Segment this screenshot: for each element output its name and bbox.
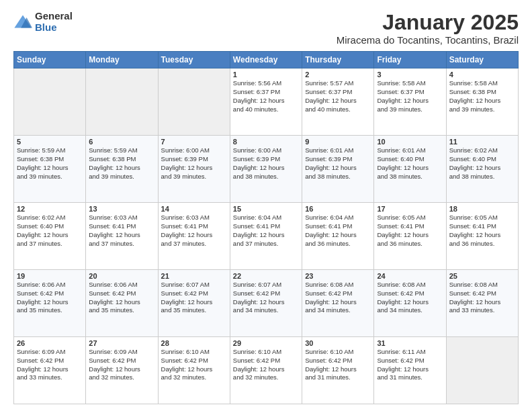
day-number: 20 <box>89 272 154 280</box>
day-cell-22: 22Sunrise: 6:07 AM Sunset: 6:42 PM Dayli… <box>230 270 302 337</box>
header: General Blue January 2025 Miracema do To… <box>13 11 519 46</box>
col-header-friday: Friday <box>374 52 446 68</box>
day-number: 21 <box>161 272 227 280</box>
day-cell-4: 4Sunrise: 5:58 AM Sunset: 6:38 PM Daylig… <box>446 68 518 136</box>
day-info: Sunrise: 6:11 AM Sunset: 6:42 PM Dayligh… <box>377 348 443 382</box>
day-number: 11 <box>449 138 515 146</box>
day-info: Sunrise: 6:00 AM Sunset: 6:39 PM Dayligh… <box>233 146 299 181</box>
logo: General Blue <box>13 11 73 33</box>
day-number: 3 <box>377 71 443 79</box>
day-cell-21: 21Sunrise: 6:07 AM Sunset: 6:42 PM Dayli… <box>158 270 230 337</box>
day-number: 29 <box>233 339 299 347</box>
day-info: Sunrise: 6:10 AM Sunset: 6:42 PM Dayligh… <box>233 348 299 382</box>
day-cell-31: 31Sunrise: 6:11 AM Sunset: 6:42 PM Dayli… <box>374 337 446 404</box>
logo-blue-text: Blue <box>35 22 73 34</box>
day-number: 22 <box>233 272 299 280</box>
day-cell-30: 30Sunrise: 6:10 AM Sunset: 6:42 PM Dayli… <box>302 337 374 404</box>
logo-text: General Blue <box>35 11 73 33</box>
empty-cell <box>86 68 158 136</box>
day-cell-1: 1Sunrise: 5:56 AM Sunset: 6:37 PM Daylig… <box>230 68 302 136</box>
day-number: 13 <box>89 205 154 213</box>
day-info: Sunrise: 6:06 AM Sunset: 6:42 PM Dayligh… <box>89 281 154 315</box>
day-number: 10 <box>377 138 443 146</box>
day-info: Sunrise: 6:01 AM Sunset: 6:40 PM Dayligh… <box>377 146 443 181</box>
day-number: 30 <box>305 339 371 347</box>
day-info: Sunrise: 6:07 AM Sunset: 6:42 PM Dayligh… <box>233 281 299 315</box>
day-cell-12: 12Sunrise: 6:02 AM Sunset: 6:40 PM Dayli… <box>14 203 86 270</box>
calendar-header-row: SundayMondayTuesdayWednesdayThursdayFrid… <box>14 52 519 68</box>
page: General Blue January 2025 Miracema do To… <box>0 0 532 411</box>
day-cell-19: 19Sunrise: 6:06 AM Sunset: 6:42 PM Dayli… <box>14 270 86 337</box>
day-info: Sunrise: 6:08 AM Sunset: 6:42 PM Dayligh… <box>449 281 515 315</box>
day-number: 24 <box>377 272 443 280</box>
day-cell-8: 8Sunrise: 6:00 AM Sunset: 6:39 PM Daylig… <box>230 136 302 203</box>
day-number: 31 <box>377 339 443 347</box>
day-cell-26: 26Sunrise: 6:09 AM Sunset: 6:42 PM Dayli… <box>14 337 86 404</box>
day-number: 8 <box>233 138 299 146</box>
day-info: Sunrise: 6:08 AM Sunset: 6:42 PM Dayligh… <box>305 281 371 315</box>
day-info: Sunrise: 5:59 AM Sunset: 6:38 PM Dayligh… <box>17 146 83 181</box>
day-info: Sunrise: 5:58 AM Sunset: 6:38 PM Dayligh… <box>449 79 515 113</box>
day-info: Sunrise: 6:10 AM Sunset: 6:42 PM Dayligh… <box>305 348 371 382</box>
day-number: 19 <box>17 272 83 280</box>
day-info: Sunrise: 5:57 AM Sunset: 6:37 PM Dayligh… <box>305 79 371 113</box>
empty-cell <box>446 337 518 404</box>
day-info: Sunrise: 6:04 AM Sunset: 6:41 PM Dayligh… <box>233 214 299 248</box>
day-info: Sunrise: 5:59 AM Sunset: 6:38 PM Dayligh… <box>89 146 154 181</box>
day-cell-18: 18Sunrise: 6:05 AM Sunset: 6:41 PM Dayli… <box>446 203 518 270</box>
day-number: 17 <box>377 205 443 213</box>
day-cell-14: 14Sunrise: 6:03 AM Sunset: 6:41 PM Dayli… <box>158 203 230 270</box>
day-cell-7: 7Sunrise: 6:00 AM Sunset: 6:39 PM Daylig… <box>158 136 230 203</box>
empty-cell <box>14 68 86 136</box>
col-header-monday: Monday <box>86 52 158 68</box>
day-cell-20: 20Sunrise: 6:06 AM Sunset: 6:42 PM Dayli… <box>86 270 158 337</box>
day-number: 26 <box>17 339 83 347</box>
day-info: Sunrise: 6:07 AM Sunset: 6:42 PM Dayligh… <box>161 281 227 315</box>
day-number: 12 <box>17 205 83 213</box>
day-info: Sunrise: 6:05 AM Sunset: 6:41 PM Dayligh… <box>377 214 443 248</box>
day-number: 5 <box>17 138 83 146</box>
day-cell-16: 16Sunrise: 6:04 AM Sunset: 6:41 PM Dayli… <box>302 203 374 270</box>
day-cell-27: 27Sunrise: 6:09 AM Sunset: 6:42 PM Dayli… <box>86 337 158 404</box>
day-number: 14 <box>161 205 227 213</box>
day-info: Sunrise: 6:02 AM Sunset: 6:40 PM Dayligh… <box>449 146 515 181</box>
day-cell-25: 25Sunrise: 6:08 AM Sunset: 6:42 PM Dayli… <box>446 270 518 337</box>
day-number: 23 <box>305 272 371 280</box>
day-info: Sunrise: 6:03 AM Sunset: 6:41 PM Dayligh… <box>89 214 154 248</box>
day-info: Sunrise: 6:01 AM Sunset: 6:39 PM Dayligh… <box>305 146 371 181</box>
day-cell-17: 17Sunrise: 6:05 AM Sunset: 6:41 PM Dayli… <box>374 203 446 270</box>
day-number: 18 <box>449 205 515 213</box>
day-cell-11: 11Sunrise: 6:02 AM Sunset: 6:40 PM Dayli… <box>446 136 518 203</box>
day-info: Sunrise: 6:06 AM Sunset: 6:42 PM Dayligh… <box>17 281 83 315</box>
day-cell-3: 3Sunrise: 5:58 AM Sunset: 6:37 PM Daylig… <box>374 68 446 136</box>
day-cell-28: 28Sunrise: 6:10 AM Sunset: 6:42 PM Dayli… <box>158 337 230 404</box>
day-number: 4 <box>449 71 515 79</box>
day-number: 27 <box>89 339 154 347</box>
day-cell-29: 29Sunrise: 6:10 AM Sunset: 6:42 PM Dayli… <box>230 337 302 404</box>
day-info: Sunrise: 5:56 AM Sunset: 6:37 PM Dayligh… <box>233 79 299 113</box>
day-info: Sunrise: 6:05 AM Sunset: 6:41 PM Dayligh… <box>449 214 515 248</box>
day-number: 9 <box>305 138 371 146</box>
week-row-2: 12Sunrise: 6:02 AM Sunset: 6:40 PM Dayli… <box>14 203 519 270</box>
day-number: 25 <box>449 272 515 280</box>
day-number: 16 <box>305 205 371 213</box>
week-row-0: 1Sunrise: 5:56 AM Sunset: 6:37 PM Daylig… <box>14 68 519 136</box>
day-info: Sunrise: 5:58 AM Sunset: 6:37 PM Dayligh… <box>377 79 443 113</box>
week-row-4: 26Sunrise: 6:09 AM Sunset: 6:42 PM Dayli… <box>14 337 519 404</box>
day-info: Sunrise: 6:02 AM Sunset: 6:40 PM Dayligh… <box>17 214 83 248</box>
day-number: 2 <box>305 71 371 79</box>
logo-general-text: General <box>35 11 73 22</box>
month-title: January 2025 <box>337 11 519 34</box>
day-cell-5: 5Sunrise: 5:59 AM Sunset: 6:38 PM Daylig… <box>14 136 86 203</box>
day-info: Sunrise: 6:03 AM Sunset: 6:41 PM Dayligh… <box>161 214 227 248</box>
week-row-3: 19Sunrise: 6:06 AM Sunset: 6:42 PM Dayli… <box>14 270 519 337</box>
col-header-sunday: Sunday <box>14 52 86 68</box>
day-cell-10: 10Sunrise: 6:01 AM Sunset: 6:40 PM Dayli… <box>374 136 446 203</box>
day-cell-23: 23Sunrise: 6:08 AM Sunset: 6:42 PM Dayli… <box>302 270 374 337</box>
day-info: Sunrise: 6:08 AM Sunset: 6:42 PM Dayligh… <box>377 281 443 315</box>
col-header-saturday: Saturday <box>446 52 518 68</box>
day-info: Sunrise: 6:10 AM Sunset: 6:42 PM Dayligh… <box>161 348 227 382</box>
logo-icon <box>13 13 32 32</box>
day-info: Sunrise: 6:09 AM Sunset: 6:42 PM Dayligh… <box>17 348 83 382</box>
day-info: Sunrise: 6:09 AM Sunset: 6:42 PM Dayligh… <box>89 348 154 382</box>
